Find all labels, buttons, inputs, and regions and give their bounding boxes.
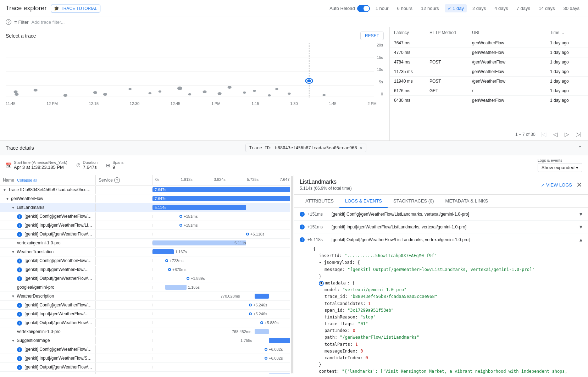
time-btn-12h[interactable]: 12 hours <box>418 4 442 12</box>
span-row-si-log2[interactable]: i [genkit] Input[/genWeatherFlow/Suggest… <box>0 354 290 363</box>
y-label-20s: 20s <box>377 43 383 47</box>
log-json-content: { insertId: "...........56ow1Tcahp0X7EAE… <box>313 246 582 374</box>
x-label-1245: 12:45 <box>171 101 181 106</box>
tab-attributes[interactable]: ATTRIBUTES <box>300 195 339 208</box>
span-row-wd-log3[interactable]: i [genkit] Output[/genWeatherFlow/Weathe… <box>0 318 290 327</box>
expand-log-3-button[interactable]: ▴ <box>579 236 582 243</box>
metadata-expand-icon[interactable]: ● <box>319 281 324 286</box>
log3-dot <box>246 233 249 235</box>
expand-log-2-button[interactable]: ▾ <box>579 223 582 230</box>
logs-events-dropdown[interactable]: Show expanded ▾ <box>538 163 582 172</box>
span-service-log1 <box>96 215 152 218</box>
expand-jsonpayload[interactable]: ▾ <box>319 260 321 265</box>
span-row-trace[interactable]: ▼ Trace ID b88043ef456b87fcadaa5ea05ccae… <box>0 185 290 194</box>
name-column-header: Name Collapse all <box>0 175 96 185</box>
span-row-log3[interactable]: i [genkit] Output[/genWeatherFlow/ListLa… <box>0 230 290 239</box>
help-icon[interactable]: ? <box>6 19 11 25</box>
span-service-log3 <box>96 233 152 235</box>
time-btn-2d[interactable]: 2 days <box>470 4 489 12</box>
view-logs-link[interactable]: ↗ VIEW LOGS <box>541 182 572 188</box>
span-row-log2[interactable]: i [genkit] Input[/genWeatherFlow/ListLan… <box>0 221 290 230</box>
collapse-all-button[interactable]: Collapse all <box>17 178 37 182</box>
last-page-button[interactable]: ▷| <box>574 130 584 138</box>
duration-item: ⏱ Duration 7.647s <box>76 160 98 170</box>
reset-button[interactable]: RESET <box>360 32 384 40</box>
collapse-genweatherflow-button[interactable]: ▼ <box>6 197 9 201</box>
span-row-wd-log2[interactable]: i [genkit] Input[/genWeatherFlow/Weather… <box>0 310 290 318</box>
x-label-12pm: 12 PM <box>46 101 58 106</box>
scrollbar[interactable] <box>291 176 293 373</box>
first-page-button[interactable]: |◁ <box>538 130 548 138</box>
span-row-wt-log2[interactable]: i [genkit] Input[/genWeatherFlow/Weather… <box>0 265 290 274</box>
span-row-wd-log1[interactable]: i [genkit] Config[/genWeatherFlow/Weathe… <box>0 301 290 310</box>
collapse-weathertranslation-button[interactable]: ▼ <box>11 250 15 254</box>
tab-stacktraces[interactable]: STACKTRACES (0) <box>388 195 440 208</box>
span-row-vertexai[interactable]: vertexai/gemini-1.0-pro 5.111s <box>0 239 290 248</box>
filter-button[interactable]: ≡ Filter <box>14 20 28 25</box>
span-row-si-log3[interactable]: i [genkit] Output[/genWeatherFlow/Sugges… <box>0 363 290 372</box>
time-btn-4d[interactable]: 4 days <box>492 4 511 12</box>
time-btn-1h[interactable]: 1 hour <box>373 4 392 12</box>
span-row-listlandmarks[interactable]: ▼ ListLandmarks 5.114s <box>0 203 290 212</box>
logs-events-label: Logs & events <box>538 158 582 162</box>
span-row-weathertranslation[interactable]: ▼ WeatherTranslation 1.167s <box>0 248 290 256</box>
spans-list[interactable]: Name Collapse all Service ? 0s 1.912s 3.… <box>0 175 290 374</box>
table-row[interactable]: 4770 msgenWeatherFlow1 day ago <box>390 48 588 57</box>
span-row-googleai-gemini-pro-2[interactable]: googleai/gemini-pro 1.753s <box>0 372 290 374</box>
auto-reload-toggle[interactable] <box>357 5 370 12</box>
service-header-label: Service <box>99 178 113 183</box>
svg-point-7 <box>15 93 18 96</box>
span-service-log2 <box>96 224 152 227</box>
span-row-log1[interactable]: i [genkit] Config[/genWeatherFlow/ListLa… <box>0 212 290 221</box>
chart-x-labels: 11:45 12 PM 12:15 12:30 12:45 1 PM 1:15 … <box>6 101 384 106</box>
chart-container[interactable]: 20s 15s 10s 5s 0 <box>6 43 384 100</box>
time-btn-14d[interactable]: 14 days <box>536 4 558 12</box>
wt-log2-marker: +870ms <box>168 267 186 272</box>
close-detail-button[interactable]: ✕ <box>576 181 582 189</box>
span-row-vertexai-2[interactable]: vertexai/gemini-1.0-pro 768.452ms <box>0 327 290 336</box>
trace-details-header: Trace details Trace ID: b88043ef456b87fc… <box>0 141 588 155</box>
collapse-weatherdescription-button[interactable]: ▼ <box>11 294 15 298</box>
tab-metadata[interactable]: METADATA & LINKS <box>440 195 494 208</box>
span-row-wt-log3[interactable]: i [genkit] Output[/genWeatherFlow/Weathe… <box>0 274 290 283</box>
collapse-listlandmarks-button[interactable]: ▼ <box>11 206 15 210</box>
table-row[interactable]: 11735 msgenWeatherFlow1 day ago <box>390 67 588 77</box>
span-row-suggestionimage[interactable]: ▼ SuggestionImage 1.755s <box>0 336 290 345</box>
span-name-googleai-1: googleai/gemini-pro <box>0 283 96 291</box>
span-bar-vertexai <box>152 240 246 245</box>
scatter-chart[interactable] <box>6 43 384 100</box>
collapse-trace-button[interactable]: ▼ <box>3 188 6 192</box>
time-btn-30d[interactable]: 30 days <box>560 4 582 12</box>
clear-trace-id-button[interactable]: ✕ <box>360 145 362 150</box>
log1-marker: +151ms <box>179 214 198 218</box>
next-page-button[interactable]: ▷ <box>562 130 571 138</box>
span-row-wt-log1[interactable]: i [genkit] Config[/genWeatherFlow/Weathe… <box>0 256 290 265</box>
table-row[interactable]: 7647 msgenWeatherFlow1 day ago <box>390 38 588 48</box>
prev-page-button[interactable]: ◁ <box>551 130 560 138</box>
detail-title: ListLandmarks <box>300 179 352 185</box>
time-btn-7d[interactable]: 7 days <box>514 4 533 12</box>
trace-id-label: Trace ID: <box>249 145 272 150</box>
logs-events-section: Logs & events Show expanded ▾ <box>538 158 582 172</box>
service-help-icon[interactable]: ? <box>114 177 120 183</box>
time-btn-1d[interactable]: 1 day <box>445 4 467 12</box>
spans-label: Spans <box>112 160 123 165</box>
tutorial-link[interactable]: 🎓 TRACE TUTORIAL <box>51 5 100 12</box>
log-message-3: [genkit] Output[/genWeatherFlow/ListLand… <box>332 237 577 242</box>
tab-logs-events[interactable]: LOGS & EVENTS <box>339 195 388 208</box>
table-row[interactable]: 11940 msPOST/genWeatherFlow1 day ago <box>390 77 588 86</box>
log-entry-3-expanded: { insertId: "...........56ow1Tcahp0X7EAE… <box>300 243 582 374</box>
filter-input[interactable]: Add trace filter... <box>31 20 65 25</box>
time-btn-6h[interactable]: 6 hours <box>394 4 415 12</box>
table-row[interactable]: 6176 msGET/1 day ago <box>390 86 588 96</box>
collapse-suggestionimage-button[interactable]: ▼ <box>11 339 15 343</box>
table-row[interactable]: 4784 msPOST/genWeatherFlow1 day ago <box>390 57 588 67</box>
span-row-si-log1[interactable]: i [genkit] Config[/genWeatherFlow/Sugges… <box>0 345 290 354</box>
table-row[interactable]: 6430 msgenWeatherFlow1 day ago <box>390 96 588 105</box>
collapse-panel-button[interactable]: ⌃ <box>578 145 582 151</box>
span-row-weatherdescription[interactable]: ▼ WeatherDescription 770.028ms <box>0 292 290 301</box>
span-row-genweatherflow[interactable]: ▼ genWeatherFlow 7.647s <box>0 194 290 203</box>
span-row-googleai-gemini-pro-1[interactable]: googleai/gemini-pro 1.165s <box>0 283 290 292</box>
expand-log-1-button[interactable]: ▾ <box>579 211 582 217</box>
log-severity-icon-1: i <box>300 212 305 217</box>
